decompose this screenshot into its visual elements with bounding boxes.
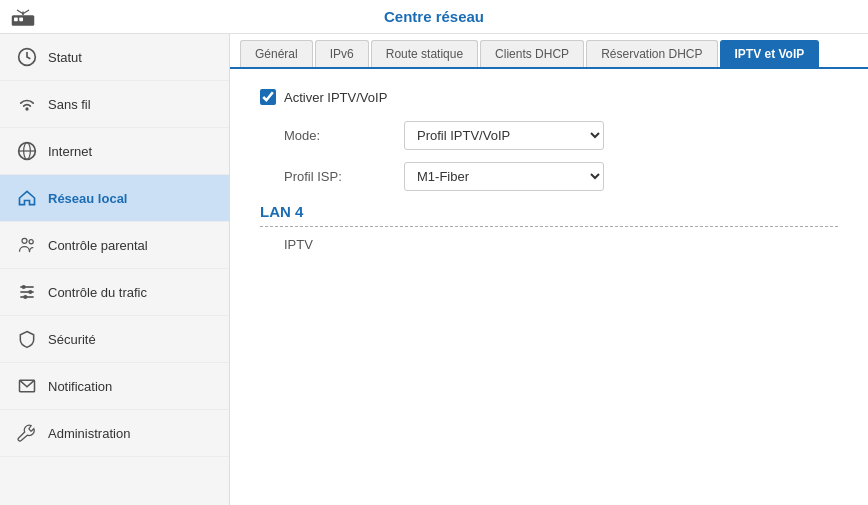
svg-point-18 (23, 295, 27, 299)
sidebar-item-sans-fil[interactable]: Sans fil (0, 81, 229, 128)
sidebar-item-reseau-local[interactable]: Réseau local (0, 175, 229, 222)
wifi-icon (16, 93, 38, 115)
mode-label: Mode: (284, 128, 404, 143)
tab-reservation-dhcp[interactable]: Réservation DHCP (586, 40, 717, 67)
content-body: Activer IPTV/VoIP Mode: Profil IPTV/VoIP… (230, 69, 868, 505)
profil-isp-label: Profil ISP: (284, 169, 404, 184)
sidebar-item-statut[interactable]: Statut (0, 34, 229, 81)
profil-isp-row: Profil ISP: M1-Fiber SingTel StarHub (260, 162, 838, 191)
tab-route-statique[interactable]: Route statique (371, 40, 478, 67)
sidebar-label-controle-trafic: Contrôle du trafic (48, 285, 147, 300)
sidebar-label-notification: Notification (48, 379, 112, 394)
shield-icon (16, 328, 38, 350)
svg-point-16 (28, 290, 32, 294)
sidebar-item-administration[interactable]: Administration (0, 410, 229, 457)
tab-clients-dhcp[interactable]: Clients DHCP (480, 40, 584, 67)
sidebar-label-statut: Statut (48, 50, 82, 65)
sidebar-label-sans-fil: Sans fil (48, 97, 91, 112)
sidebar-label-internet: Internet (48, 144, 92, 159)
page-title: Centre réseau (384, 8, 484, 25)
envelope-icon (16, 375, 38, 397)
mode-select[interactable]: Profil IPTV/VoIP Manuel (404, 121, 604, 150)
activer-iptv-checkbox[interactable] (260, 89, 276, 105)
sidebar: Statut Sans fil Internet (0, 34, 230, 505)
sidebar-label-securite: Sécurité (48, 332, 96, 347)
main-content: Général IPv6 Route statique Clients DHCP… (230, 34, 868, 505)
svg-point-12 (29, 240, 33, 244)
lan-header: LAN 4 (260, 203, 838, 227)
clock-icon (16, 46, 38, 68)
sidebar-item-controle-trafic[interactable]: Contrôle du trafic (0, 269, 229, 316)
sidebar-item-internet[interactable]: Internet (0, 128, 229, 175)
tab-bar: Général IPv6 Route statique Clients DHCP… (230, 34, 868, 69)
lan-iptv-label: IPTV (284, 237, 313, 252)
profil-isp-select[interactable]: M1-Fiber SingTel StarHub (404, 162, 604, 191)
people-icon (16, 234, 38, 256)
router-icon (8, 4, 38, 34)
tab-iptv-voip[interactable]: IPTV et VoIP (720, 40, 820, 67)
sidebar-label-administration: Administration (48, 426, 130, 441)
sidebar-label-reseau-local: Réseau local (48, 191, 128, 206)
lan-content: IPTV (260, 237, 838, 252)
page-header: Centre réseau (0, 0, 868, 34)
mode-row: Mode: Profil IPTV/VoIP Manuel (260, 121, 838, 150)
wrench-icon (16, 422, 38, 444)
home-icon (16, 187, 38, 209)
activer-iptv-row: Activer IPTV/VoIP (260, 89, 838, 105)
svg-line-4 (17, 10, 23, 14)
sidebar-item-notification[interactable]: Notification (0, 363, 229, 410)
sidebar-item-controle-parental[interactable]: Contrôle parental (0, 222, 229, 269)
sidebar-item-securite[interactable]: Sécurité (0, 316, 229, 363)
sliders-icon (16, 281, 38, 303)
svg-rect-1 (14, 18, 18, 22)
svg-point-14 (22, 285, 26, 289)
globe-icon (16, 140, 38, 162)
activer-iptv-label[interactable]: Activer IPTV/VoIP (284, 90, 387, 105)
svg-point-11 (22, 238, 27, 243)
tab-general[interactable]: Général (240, 40, 313, 67)
sidebar-label-controle-parental: Contrôle parental (48, 238, 148, 253)
svg-rect-2 (19, 18, 23, 22)
tab-ipv6[interactable]: IPv6 (315, 40, 369, 67)
svg-line-5 (23, 10, 29, 14)
svg-point-7 (25, 107, 28, 110)
